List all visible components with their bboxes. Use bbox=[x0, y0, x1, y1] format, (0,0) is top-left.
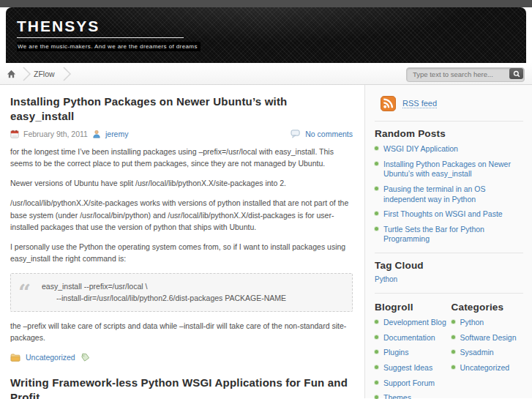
blogroll-item: Support Forum bbox=[375, 379, 447, 389]
category-link[interactable]: Sysadmin bbox=[460, 348, 494, 358]
category-item: Uncategorized bbox=[452, 363, 524, 373]
bullet-icon bbox=[452, 335, 455, 339]
title-underline bbox=[17, 37, 184, 38]
rss-icon[interactable] bbox=[381, 96, 396, 111]
post-1-paragraph: /usr/local/lib/pythonX.X/site-packages w… bbox=[10, 197, 353, 233]
blogroll-item: Documentation bbox=[375, 333, 447, 343]
random-post-item: Turtle Sets the Bar for Python Programmi… bbox=[375, 225, 523, 245]
post-1-paragraph: the –prefix will take care of scripts an… bbox=[10, 320, 353, 344]
breadcrumb-separator-icon bbox=[62, 63, 72, 85]
post-1-blockquote: “ easy_install --prefix=/usr/local \ --i… bbox=[10, 273, 353, 313]
random-post-item: Installing Python Packages on Newer Ubun… bbox=[375, 160, 523, 179]
category-item: Software Design bbox=[452, 333, 524, 343]
random-post-link[interactable]: Installing Python Packages on Newer Ubun… bbox=[383, 160, 523, 179]
post-1: Installing Python Packages on Newer Ubun… bbox=[10, 94, 353, 362]
post-1-paragraph: I personally use the Python the operatin… bbox=[10, 241, 353, 265]
random-post-link[interactable]: Pausing the terminal in an OS independen… bbox=[383, 184, 523, 204]
bullet-icon bbox=[375, 335, 378, 339]
random-post-item: First Thoughts on WSGI and Paste bbox=[375, 209, 523, 220]
user-icon bbox=[92, 130, 101, 138]
breadcrumb-separator-icon bbox=[22, 63, 32, 85]
blogroll-item: Suggest Ideas bbox=[375, 363, 447, 373]
search-box bbox=[406, 67, 525, 81]
category-link[interactable]: Software Design bbox=[460, 333, 517, 343]
search-button[interactable] bbox=[509, 68, 523, 79]
rss-row: RSS feed bbox=[375, 92, 523, 113]
post-1-paragraph: for the longest time I’ve been installin… bbox=[10, 146, 353, 170]
home-icon bbox=[7, 70, 16, 78]
random-post-item: WSGI DIY Application bbox=[375, 144, 523, 154]
sidebar-divider bbox=[375, 293, 523, 294]
blogroll-section: Blogroll Development Blog Documentation bbox=[375, 300, 447, 399]
bullet-icon bbox=[375, 395, 378, 399]
blogroll-heading: Blogroll bbox=[375, 302, 447, 313]
blogroll-link[interactable]: Support Forum bbox=[383, 379, 435, 389]
bullet-icon bbox=[375, 320, 378, 324]
blogroll-link[interactable]: Development Blog bbox=[383, 318, 446, 328]
bullet-icon bbox=[375, 381, 378, 384]
content-column: Installing Python Packages on Newer Ubun… bbox=[0, 85, 364, 398]
site-header: THENSYS We are the music-makers. And we … bbox=[6, 7, 526, 63]
blogroll-item: Themes bbox=[375, 393, 447, 399]
blogroll-link[interactable]: Themes bbox=[383, 393, 411, 399]
post-1-meta: February 9th, 2011 jeremy No comments bbox=[10, 130, 353, 138]
calendar-icon bbox=[10, 130, 19, 138]
post-2-title[interactable]: Writing Framework-less Python WSGI Appli… bbox=[10, 376, 353, 399]
breadcrumb-home[interactable] bbox=[0, 70, 22, 78]
site-title[interactable]: THENSYS bbox=[17, 18, 526, 35]
blogroll-item: Development Blog bbox=[375, 318, 447, 328]
site-tagline: We are the music-makers. And we are the … bbox=[17, 42, 201, 51]
post-1-author-link[interactable]: jeremy bbox=[105, 130, 129, 138]
sidebar-divider bbox=[375, 253, 523, 253]
tag-icon[interactable] bbox=[80, 353, 90, 362]
category-item: Python bbox=[452, 318, 524, 328]
folder-icon bbox=[10, 354, 20, 362]
categories-heading: Categories bbox=[452, 302, 524, 313]
quote-icon: “ bbox=[18, 275, 31, 310]
blockquote-line-2: --install-dir=/usr/local/lib/python2.6/d… bbox=[42, 292, 343, 305]
breadcrumb-bar: ZFlow bbox=[0, 63, 532, 85]
category-link[interactable]: Python bbox=[460, 318, 484, 328]
bullet-icon bbox=[452, 365, 455, 369]
category-item: Sysadmin bbox=[452, 348, 524, 358]
blogroll-link[interactable]: Documentation bbox=[383, 333, 435, 343]
comments-bubble-icon bbox=[291, 130, 301, 138]
bullet-icon bbox=[375, 162, 378, 165]
random-post-link[interactable]: WSGI DIY Application bbox=[383, 144, 458, 154]
blogroll-list: Development Blog Documentation Plugins bbox=[375, 318, 447, 399]
bullet-icon bbox=[375, 350, 378, 354]
categories-section: Categories Python Software Design bbox=[452, 300, 524, 399]
sidebar-divider bbox=[375, 121, 523, 122]
random-post-link[interactable]: Turtle Sets the Bar for Python Programmi… bbox=[383, 225, 523, 245]
bullet-icon bbox=[375, 227, 378, 231]
sidebar: RSS feed Random Posts WSGI DIY Applicati… bbox=[364, 85, 532, 398]
rss-feed-link[interactable]: RSS feed bbox=[402, 99, 437, 108]
search-icon bbox=[513, 70, 520, 78]
categories-list: Python Software Design Sysadmin bbox=[452, 318, 524, 373]
tag-link-python[interactable]: Python bbox=[375, 275, 397, 283]
random-post-item: Pausing the terminal in an OS independen… bbox=[375, 184, 523, 204]
bullet-icon bbox=[452, 350, 455, 354]
bullet-icon bbox=[452, 320, 455, 324]
random-post-link[interactable]: First Thoughts on WSGI and Paste bbox=[383, 209, 503, 220]
blogroll-link[interactable]: Plugins bbox=[383, 348, 408, 358]
post-1-footer: Uncategorized bbox=[10, 353, 353, 362]
search-input[interactable] bbox=[406, 67, 525, 82]
tag-cloud-heading: Tag Cloud bbox=[375, 260, 523, 271]
bullet-icon bbox=[375, 365, 378, 369]
blockquote-line-1: easy_install --prefix=/usr/local \ bbox=[42, 280, 343, 293]
post-1-category-link[interactable]: Uncategorized bbox=[26, 353, 75, 362]
blogroll-link[interactable]: Suggest Ideas bbox=[383, 363, 432, 373]
random-posts-list: WSGI DIY Application Installing Python P… bbox=[375, 144, 523, 245]
post-1-comments-link[interactable]: No comments bbox=[305, 130, 353, 138]
post-1-date: February 9th, 2011 bbox=[23, 130, 88, 138]
post-1-title[interactable]: Installing Python Packages on Newer Ubun… bbox=[10, 94, 353, 124]
post-2: Writing Framework-less Python WSGI Appli… bbox=[10, 376, 353, 399]
tag-cloud-section: Tag Cloud Python bbox=[375, 260, 523, 285]
bullet-icon bbox=[375, 146, 378, 150]
blogroll-item: Plugins bbox=[375, 348, 447, 358]
post-1-paragraph: Newer versions of Ubuntu have split /usr… bbox=[10, 177, 353, 189]
bullet-icon bbox=[375, 187, 378, 190]
breadcrumb-item-zflow[interactable]: ZFlow bbox=[32, 70, 62, 78]
category-link[interactable]: Uncategorized bbox=[460, 363, 510, 373]
